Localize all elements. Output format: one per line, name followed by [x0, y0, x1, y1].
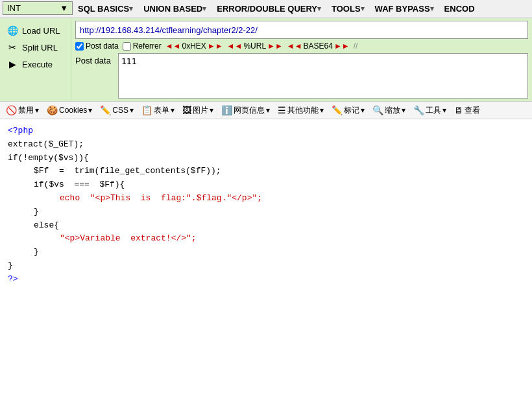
view-icon: 🖥: [454, 105, 463, 115]
code-line-3: $Ff = trim(file_get_contents($fF));: [8, 165, 524, 178]
code-line-5: echo "<p>This is flag:".$flag."</p>";: [8, 192, 524, 205]
code-area: <?php extract($_GET); if(!empty($vs)){ $…: [0, 119, 532, 301]
int-label: INT: [7, 3, 21, 13]
url-arrow-right: ►►: [267, 41, 283, 51]
code-line-11: ?>: [8, 273, 524, 287]
base64-arrow-right: ►►: [334, 41, 350, 51]
tb-cookies-arrow: ▾: [88, 106, 92, 115]
code-line-2: if(!empty($vs)){: [8, 152, 524, 165]
css-icon: ✏️: [100, 105, 111, 115]
tb-css-label: CSS: [112, 106, 128, 115]
zoom-icon: 🔍: [372, 105, 383, 115]
url-encode-btn[interactable]: ◄◄ %URL ►►: [227, 41, 283, 51]
tb-mark[interactable]: ✏️ 标记 ▾: [328, 104, 368, 117]
tb-tools[interactable]: 🔧 工具 ▾: [410, 104, 450, 117]
url-arrow-left: ◄◄: [227, 41, 243, 51]
code-line-8: "<p>Variable extract!</>";: [8, 232, 524, 246]
tb-view-label: 查看: [465, 105, 480, 116]
dropdown-arrow: ▼: [60, 3, 68, 13]
tb-forms-arrow: ▾: [171, 106, 175, 115]
tb-images[interactable]: 🖼 图片 ▾: [179, 104, 217, 117]
split-url-icon: ✂: [6, 41, 18, 53]
code-line-7: else{: [8, 219, 524, 233]
nav-union-based[interactable]: UNION BASED▾: [138, 0, 212, 18]
toolbar-bar: 🚫 禁用 ▾ 🍪 Cookies ▾ ✏️ CSS ▾ 📋 表单 ▾ 🖼 图片 …: [0, 101, 532, 119]
base64-encode-btn[interactable]: ◄◄ BASE64 ►►: [287, 41, 350, 51]
tb-mark-arrow: ▾: [361, 106, 365, 115]
referrer-checkbox[interactable]: [123, 42, 131, 51]
tb-pageinfo[interactable]: ℹ️ 网页信息 ▾: [218, 104, 273, 117]
code-line-4: if($vs === $Ff){: [8, 178, 524, 192]
sidebar-execute[interactable]: ▶ Execute: [3, 56, 68, 73]
tb-disable[interactable]: 🚫 禁用 ▾: [3, 104, 42, 117]
hex-arrow-left: ◄◄: [165, 41, 181, 51]
tb-view[interactable]: 🖥 查看: [451, 104, 483, 117]
postdata-label: Post data: [75, 53, 114, 65]
sidebar: 🌐 Load URL ✂ Split URL ▶ Execute: [0, 18, 71, 101]
post-data-checkbox-label[interactable]: Post data: [75, 41, 119, 51]
options-row: Post data Referrer ◄◄ 0xHEX ►► ◄◄ %URL ►…: [75, 41, 528, 51]
load-url-icon: 🌐: [6, 25, 18, 36]
tb-other-arrow: ▾: [320, 106, 324, 115]
nav-waf-bypass[interactable]: WAF BYPASS▾: [370, 0, 439, 18]
base64-arrow-left: ◄◄: [287, 41, 302, 51]
tb-forms[interactable]: 📋 表单 ▾: [138, 104, 178, 117]
hex-encode-btn[interactable]: ◄◄ 0xHEX ►►: [165, 41, 223, 51]
content-area: 🌐 Load URL ✂ Split URL ▶ Execute Post da…: [0, 18, 532, 101]
top-nav: INT ▼ SQL BASICS▾ UNION BASED▾ ERROR/DOU…: [0, 0, 532, 18]
disable-icon: 🚫: [6, 105, 17, 115]
tb-images-arrow: ▾: [210, 106, 213, 115]
tb-cookies-label: Cookies: [59, 106, 87, 115]
post-data-checkbox[interactable]: [75, 42, 84, 51]
mark-icon: ✏️: [332, 105, 343, 115]
int-dropdown[interactable]: INT ▼: [3, 1, 73, 15]
sidebar-split-url-label: Split URL: [22, 43, 58, 53]
sidebar-split-url[interactable]: ✂ Split URL: [3, 39, 68, 56]
nav-encod[interactable]: ENCOD: [439, 0, 480, 18]
tb-tools-arrow: ▾: [442, 106, 446, 115]
cookies-icon: 🍪: [47, 105, 58, 115]
tb-css[interactable]: ✏️ CSS ▾: [97, 104, 137, 116]
sidebar-load-url[interactable]: 🌐 Load URL: [3, 22, 68, 39]
url-input[interactable]: [75, 21, 528, 39]
tools-icon: 🔧: [413, 105, 424, 115]
tb-other[interactable]: ☰ 其他功能 ▾: [274, 104, 327, 117]
tb-css-arrow: ▾: [130, 106, 134, 115]
code-line-6: }: [8, 205, 524, 219]
tb-disable-label: 禁用: [18, 105, 34, 116]
code-line-1: extract($_GET);: [8, 138, 524, 152]
tb-pageinfo-arrow: ▾: [266, 106, 270, 115]
images-icon: 🖼: [182, 105, 191, 115]
main-panel: Post data Referrer ◄◄ 0xHEX ►► ◄◄ %URL ►…: [71, 18, 532, 101]
extra-label: //: [354, 41, 358, 51]
tb-zoom-label: 缩放: [385, 105, 400, 116]
sidebar-load-url-label: Load URL: [22, 26, 60, 36]
tb-cookies[interactable]: 🍪 Cookies ▾: [43, 104, 95, 116]
code-line-10: }: [8, 259, 524, 273]
hex-arrow-right: ►►: [208, 41, 223, 51]
nav-tools[interactable]: TOOLS▾: [326, 0, 370, 18]
nav-sql-basics[interactable]: SQL BASICS▾: [73, 0, 138, 18]
nav-error-query[interactable]: ERROR/DOUBLE QUERY▾: [212, 0, 326, 18]
other-icon: ☰: [278, 105, 286, 115]
tb-images-label: 图片: [193, 105, 208, 116]
url-bar: [75, 21, 528, 39]
tb-forms-label: 表单: [154, 105, 169, 116]
pageinfo-icon: ℹ️: [221, 105, 232, 115]
tb-mark-label: 标记: [344, 105, 359, 116]
tb-pageinfo-label: 网页信息: [234, 105, 265, 116]
code-line-9: }: [8, 246, 524, 259]
forms-icon: 📋: [141, 105, 152, 115]
execute-icon: ▶: [6, 58, 18, 70]
tb-tools-label: 工具: [426, 105, 441, 116]
code-line-0: <?php: [8, 124, 524, 138]
sidebar-execute-label: Execute: [22, 60, 53, 69]
tb-zoom[interactable]: 🔍 缩放 ▾: [369, 104, 409, 117]
tb-other-label: 其他功能: [287, 105, 319, 116]
referrer-checkbox-label[interactable]: Referrer: [123, 41, 162, 51]
postdata-row: Post data 111: [75, 53, 528, 99]
tb-zoom-arrow: ▾: [402, 106, 405, 115]
tb-disable-arrow: ▾: [35, 106, 39, 115]
postdata-textarea[interactable]: 111: [118, 53, 528, 99]
